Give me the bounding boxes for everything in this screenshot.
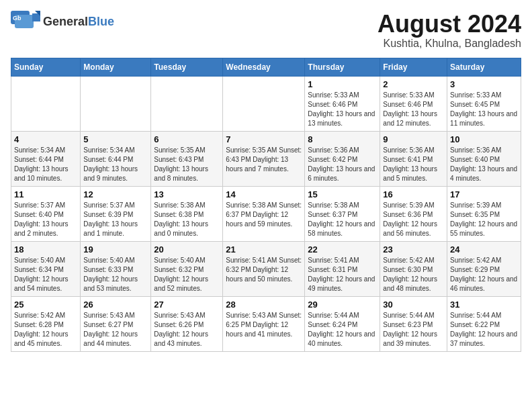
cell-date-number: 15 — [308, 189, 377, 199]
calendar-cell: 27Sunrise: 5:43 AM Sunset: 6:26 PM Dayli… — [151, 296, 223, 351]
cell-date-number: 16 — [383, 189, 444, 199]
logo: Gb GeneralBlue — [11, 11, 114, 32]
header-row: SundayMondayTuesdayWednesdayThursdayFrid… — [11, 58, 521, 76]
calendar-cell: 14Sunrise: 5:38 AM Sunset: 6:37 PM Dayli… — [223, 186, 305, 241]
cell-date-number: 14 — [226, 189, 302, 199]
cell-info-text: Sunrise: 5:37 AM Sunset: 6:39 PM Dayligh… — [83, 201, 148, 238]
cell-date-number: 17 — [450, 189, 518, 199]
logo-blue: Blue — [88, 15, 114, 28]
calendar-header: SundayMondayTuesdayWednesdayThursdayFrid… — [11, 58, 521, 76]
calendar-cell: 10Sunrise: 5:36 AM Sunset: 6:40 PM Dayli… — [447, 131, 521, 186]
day-header-tuesday: Tuesday — [151, 58, 223, 76]
cell-date-number: 10 — [450, 134, 518, 144]
calendar-cell: 25Sunrise: 5:42 AM Sunset: 6:28 PM Dayli… — [11, 296, 81, 351]
cell-date-number: 21 — [226, 244, 302, 255]
cell-info-text: Sunrise: 5:44 AM Sunset: 6:23 PM Dayligh… — [383, 311, 444, 349]
page-header: Gb GeneralBlue August 2024 Kushtia, Khul… — [11, 11, 521, 50]
calendar-cell: 2Sunrise: 5:33 AM Sunset: 6:46 PM Daylig… — [380, 76, 447, 131]
day-header-saturday: Saturday — [447, 58, 521, 76]
cell-info-text: Sunrise: 5:43 AM Sunset: 6:26 PM Dayligh… — [154, 311, 220, 349]
calendar-week-1: 1Sunrise: 5:33 AM Sunset: 6:46 PM Daylig… — [11, 76, 521, 131]
cell-info-text: Sunrise: 5:44 AM Sunset: 6:24 PM Dayligh… — [308, 311, 377, 349]
cell-info-text: Sunrise: 5:36 AM Sunset: 6:42 PM Dayligh… — [308, 146, 377, 183]
cell-info-text: Sunrise: 5:35 AM Sunset: 6:43 PM Dayligh… — [154, 146, 220, 183]
calendar-cell: 20Sunrise: 5:40 AM Sunset: 6:32 PM Dayli… — [151, 241, 223, 296]
calendar-cell: 1Sunrise: 5:33 AM Sunset: 6:46 PM Daylig… — [305, 76, 380, 131]
cell-info-text: Sunrise: 5:42 AM Sunset: 6:29 PM Dayligh… — [450, 256, 518, 293]
calendar-table: SundayMondayTuesdayWednesdayThursdayFrid… — [11, 58, 521, 352]
cell-date-number: 18 — [14, 244, 77, 255]
cell-date-number: 1 — [308, 79, 377, 89]
logo-icon: Gb — [11, 11, 40, 32]
cell-info-text: Sunrise: 5:40 AM Sunset: 6:33 PM Dayligh… — [83, 256, 148, 293]
calendar-cell: 18Sunrise: 5:40 AM Sunset: 6:34 PM Dayli… — [11, 241, 81, 296]
subtitle: Kushtia, Khulna, Bangladesh — [378, 38, 521, 50]
calendar-cell: 15Sunrise: 5:38 AM Sunset: 6:37 PM Dayli… — [305, 186, 380, 241]
cell-info-text: Sunrise: 5:42 AM Sunset: 6:28 PM Dayligh… — [14, 311, 77, 349]
cell-date-number: 3 — [450, 79, 518, 89]
calendar-cell: 23Sunrise: 5:42 AM Sunset: 6:30 PM Dayli… — [380, 241, 447, 296]
calendar-week-3: 11Sunrise: 5:37 AM Sunset: 6:40 PM Dayli… — [11, 186, 521, 241]
cell-info-text: Sunrise: 5:44 AM Sunset: 6:22 PM Dayligh… — [450, 311, 518, 349]
cell-info-text: Sunrise: 5:33 AM Sunset: 6:45 PM Dayligh… — [450, 91, 518, 128]
cell-info-text: Sunrise: 5:37 AM Sunset: 6:40 PM Dayligh… — [14, 201, 77, 238]
cell-date-number: 22 — [308, 244, 377, 255]
cell-date-number: 24 — [450, 244, 518, 255]
cell-date-number: 5 — [83, 134, 148, 144]
cell-info-text: Sunrise: 5:38 AM Sunset: 6:37 PM Dayligh… — [226, 201, 302, 229]
calendar-cell: 3Sunrise: 5:33 AM Sunset: 6:45 PM Daylig… — [447, 76, 521, 131]
cell-date-number: 29 — [308, 300, 377, 310]
cell-info-text: Sunrise: 5:40 AM Sunset: 6:34 PM Dayligh… — [14, 256, 77, 293]
main-title: August 2024 — [378, 11, 521, 38]
cell-info-text: Sunrise: 5:35 AM Sunset: 6:43 PM Dayligh… — [226, 146, 302, 174]
cell-info-text: Sunrise: 5:36 AM Sunset: 6:40 PM Dayligh… — [450, 146, 518, 183]
calendar-cell: 17Sunrise: 5:39 AM Sunset: 6:35 PM Dayli… — [447, 186, 521, 241]
cell-date-number: 13 — [154, 189, 220, 199]
cell-date-number: 19 — [83, 244, 148, 255]
cell-info-text: Sunrise: 5:38 AM Sunset: 6:38 PM Dayligh… — [154, 201, 220, 238]
calendar-cell: 31Sunrise: 5:44 AM Sunset: 6:22 PM Dayli… — [447, 296, 521, 351]
calendar-cell: 7Sunrise: 5:35 AM Sunset: 6:43 PM Daylig… — [223, 131, 305, 186]
cell-info-text: Sunrise: 5:33 AM Sunset: 6:46 PM Dayligh… — [383, 91, 444, 128]
cell-info-text: Sunrise: 5:43 AM Sunset: 6:27 PM Dayligh… — [83, 311, 148, 349]
cell-info-text: Sunrise: 5:41 AM Sunset: 6:31 PM Dayligh… — [308, 256, 377, 293]
title-area: August 2024 Kushtia, Khulna, Bangladesh — [378, 11, 521, 50]
calendar-cell: 28Sunrise: 5:43 AM Sunset: 6:25 PM Dayli… — [223, 296, 305, 351]
calendar-cell — [11, 76, 81, 131]
calendar-week-2: 4Sunrise: 5:34 AM Sunset: 6:44 PM Daylig… — [11, 131, 521, 186]
calendar-cell: 29Sunrise: 5:44 AM Sunset: 6:24 PM Dayli… — [305, 296, 380, 351]
cell-date-number: 25 — [14, 300, 77, 310]
calendar-cell: 22Sunrise: 5:41 AM Sunset: 6:31 PM Dayli… — [305, 241, 380, 296]
calendar-body: 1Sunrise: 5:33 AM Sunset: 6:46 PM Daylig… — [11, 76, 521, 351]
cell-date-number: 31 — [450, 300, 518, 310]
calendar-cell — [81, 76, 151, 131]
cell-info-text: Sunrise: 5:39 AM Sunset: 6:35 PM Dayligh… — [450, 201, 518, 238]
cell-info-text: Sunrise: 5:38 AM Sunset: 6:37 PM Dayligh… — [308, 201, 377, 238]
calendar-cell: 12Sunrise: 5:37 AM Sunset: 6:39 PM Dayli… — [81, 186, 151, 241]
calendar-cell — [151, 76, 223, 131]
calendar-week-5: 25Sunrise: 5:42 AM Sunset: 6:28 PM Dayli… — [11, 296, 521, 351]
calendar-cell: 30Sunrise: 5:44 AM Sunset: 6:23 PM Dayli… — [380, 296, 447, 351]
calendar-cell: 5Sunrise: 5:34 AM Sunset: 6:44 PM Daylig… — [81, 131, 151, 186]
cell-date-number: 11 — [14, 189, 77, 199]
day-header-thursday: Thursday — [305, 58, 380, 76]
calendar-cell: 24Sunrise: 5:42 AM Sunset: 6:29 PM Dayli… — [447, 241, 521, 296]
cell-info-text: Sunrise: 5:34 AM Sunset: 6:44 PM Dayligh… — [14, 146, 77, 183]
calendar-cell: 11Sunrise: 5:37 AM Sunset: 6:40 PM Dayli… — [11, 186, 81, 241]
calendar-cell: 6Sunrise: 5:35 AM Sunset: 6:43 PM Daylig… — [151, 131, 223, 186]
svg-text:Gb: Gb — [13, 15, 21, 21]
day-header-monday: Monday — [81, 58, 151, 76]
calendar-cell: 19Sunrise: 5:40 AM Sunset: 6:33 PM Dayli… — [81, 241, 151, 296]
cell-date-number: 20 — [154, 244, 220, 255]
cell-info-text: Sunrise: 5:39 AM Sunset: 6:36 PM Dayligh… — [383, 201, 444, 238]
cell-info-text: Sunrise: 5:41 AM Sunset: 6:32 PM Dayligh… — [226, 256, 302, 284]
calendar-cell — [223, 76, 305, 131]
cell-info-text: Sunrise: 5:43 AM Sunset: 6:25 PM Dayligh… — [226, 311, 302, 339]
cell-info-text: Sunrise: 5:33 AM Sunset: 6:46 PM Dayligh… — [308, 91, 377, 128]
calendar-cell: 13Sunrise: 5:38 AM Sunset: 6:38 PM Dayli… — [151, 186, 223, 241]
cell-info-text: Sunrise: 5:36 AM Sunset: 6:41 PM Dayligh… — [383, 146, 444, 183]
calendar-cell: 26Sunrise: 5:43 AM Sunset: 6:27 PM Dayli… — [81, 296, 151, 351]
cell-date-number: 12 — [83, 189, 148, 199]
calendar-week-4: 18Sunrise: 5:40 AM Sunset: 6:34 PM Dayli… — [11, 241, 521, 296]
calendar-cell: 4Sunrise: 5:34 AM Sunset: 6:44 PM Daylig… — [11, 131, 81, 186]
